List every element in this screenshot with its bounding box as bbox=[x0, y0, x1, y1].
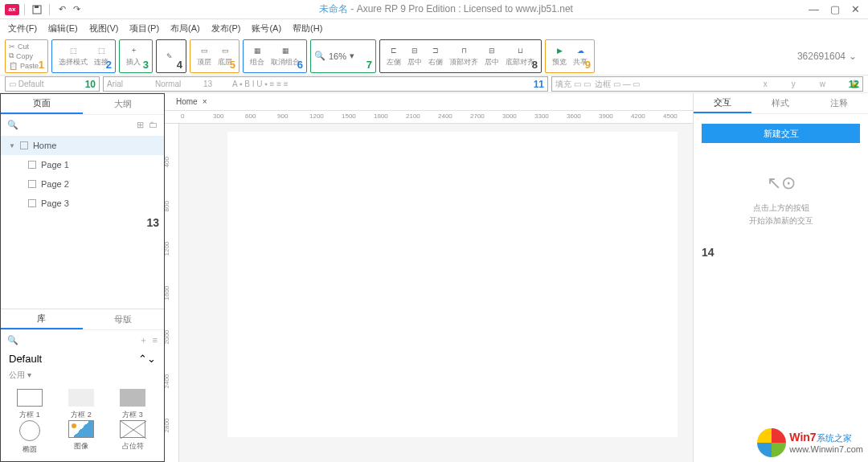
tab-pages[interactable]: 页面 bbox=[1, 94, 83, 114]
tab-library[interactable]: 库 bbox=[1, 309, 83, 329]
paste-button[interactable]: 📋 Paste bbox=[9, 61, 39, 71]
menu-layout[interactable]: 布局(A) bbox=[170, 22, 200, 35]
tab-style[interactable]: 样式 bbox=[751, 93, 809, 113]
ruler-horizontal: 0 300 600 900 1200 1500 1800 2100 2400 2… bbox=[165, 111, 693, 124]
widget-image[interactable]: 图像 bbox=[55, 420, 107, 455]
titlebar: ax ↶ ↷ 未命名 - Axure RP 9 Pro Edition : Li… bbox=[0, 0, 868, 19]
page-artboard[interactable] bbox=[227, 132, 678, 437]
lib-category[interactable]: 公用 ▾ bbox=[1, 368, 164, 382]
tb-clipboard: ✂ Cut ⧉ Copy 📋 Paste 1 bbox=[5, 39, 48, 73]
align-top-button[interactable]: ⊓顶部对齐 bbox=[446, 45, 481, 67]
widget-ellipse[interactable]: 椭圆 bbox=[4, 420, 55, 455]
tree-page3[interactable]: Page 3 bbox=[1, 194, 164, 213]
group-button[interactable]: ▦组合 bbox=[247, 45, 268, 67]
tb-group-ops: ▦组合 ▦取消组合 6 bbox=[243, 39, 307, 73]
ruler-vertical: 400 800 1200 1600 2000 2400 2800 bbox=[165, 124, 179, 462]
save-icon[interactable] bbox=[30, 2, 44, 17]
svg-rect-1 bbox=[35, 6, 39, 8]
tab-notes[interactable]: 注释 bbox=[810, 93, 868, 113]
pb-fill-pos: 填充 ▭ ▭ 边框 ▭ — ▭ xyw 🔒 12 bbox=[551, 76, 863, 92]
align-right-button[interactable]: ⊐右侧 bbox=[425, 45, 446, 67]
watermark-logo-icon bbox=[757, 428, 786, 457]
tree-home[interactable]: ▼Home bbox=[1, 136, 164, 155]
tb-layer: ▭顶层 ▭底层 5 bbox=[190, 39, 240, 73]
tree-page2[interactable]: Page 2 bbox=[1, 174, 164, 194]
align-left-button[interactable]: ⊏左侧 bbox=[383, 45, 404, 67]
account-id[interactable]: 362691604 ⌄ bbox=[797, 51, 863, 62]
property-bar: ▭ 10 A ▪ B I U ▪ ≡ ≡ ≡ 11 填充 ▭ ▭ 边框 ▭ — … bbox=[0, 76, 868, 93]
weight-select[interactable] bbox=[155, 80, 203, 88]
cursor-icon: ↖⊙ bbox=[694, 169, 868, 197]
menu-help[interactable]: 帮助(H) bbox=[293, 22, 322, 35]
new-interaction-button[interactable]: 新建交互 bbox=[702, 124, 860, 143]
tab-outline[interactable]: 大纲 bbox=[83, 94, 165, 114]
tb-select: ⬚选择模式 ⬚连接 2 bbox=[51, 39, 116, 73]
style-icon: ▭ bbox=[9, 80, 16, 88]
main-toolbar: ✂ Cut ⧉ Copy 📋 Paste 1 ⬚选择模式 ⬚连接 2 ＋插入 3… bbox=[0, 37, 868, 76]
add-icon[interactable]: ＋ bbox=[139, 334, 148, 346]
redo-icon[interactable]: ↷ bbox=[69, 2, 84, 17]
close-tab-icon[interactable]: × bbox=[203, 97, 207, 106]
right-panel: 14 交互 样式 注释 新建交互 ↖⊙ 点击上方的按钮 开始添加新的交互 bbox=[693, 93, 868, 462]
chevron-down-icon: ⌄ bbox=[849, 51, 857, 62]
canvas[interactable] bbox=[179, 124, 693, 462]
widget-box3[interactable]: 方框 3 bbox=[107, 389, 158, 420]
zoom-value[interactable]: 16% bbox=[329, 51, 346, 61]
lib-name[interactable]: Default bbox=[9, 353, 42, 365]
widget-box1[interactable]: 方框 1 bbox=[4, 389, 55, 420]
style-select[interactable] bbox=[18, 80, 59, 88]
menubar: 文件(F) 编辑(E) 视图(V) 项目(P) 布局(A) 发布(P) 账号(A… bbox=[0, 19, 868, 37]
cut-button[interactable]: ✂ Cut bbox=[9, 42, 39, 51]
chevron-icon[interactable]: ⌃⌄ bbox=[138, 353, 156, 365]
tab-master[interactable]: 母版 bbox=[83, 309, 165, 329]
border-label: 边框 bbox=[595, 79, 611, 90]
size-input[interactable] bbox=[203, 80, 227, 88]
empty-hint: ↖⊙ 点击上方的按钮 开始添加新的交互 bbox=[694, 169, 868, 227]
close-icon[interactable]: ✕ bbox=[851, 3, 860, 15]
copy-button[interactable]: ⧉ Copy bbox=[9, 51, 39, 61]
tree-page1[interactable]: Page 1 bbox=[1, 155, 164, 174]
left-panel: 13 页面 大纲 🔍 ⊞ 🗀 ▼Home Page 1 Page 2 Page … bbox=[0, 93, 165, 462]
widget-box2[interactable]: 方框 2 bbox=[55, 389, 107, 420]
pb-style: ▭ 10 bbox=[5, 76, 100, 92]
fill-label: 填充 bbox=[555, 79, 571, 90]
add-page-icon[interactable]: ⊞ bbox=[137, 120, 144, 130]
menu-project[interactable]: 项目(P) bbox=[129, 22, 159, 35]
app-logo: ax bbox=[5, 4, 19, 15]
undo-icon[interactable]: ↶ bbox=[55, 2, 69, 17]
search-icon[interactable]: 🔍 bbox=[7, 335, 18, 345]
preview-button[interactable]: ▶预览 bbox=[549, 45, 570, 67]
canvas-area: Home× 0 300 600 900 1200 1500 1800 2100 … bbox=[165, 93, 693, 462]
maximize-icon[interactable]: ▢ bbox=[830, 3, 840, 15]
tb-publish: ▶预览 ☁共享 9 bbox=[545, 39, 595, 73]
menu-file[interactable]: 文件(F) bbox=[8, 22, 37, 35]
search-icon: 🔍 bbox=[314, 51, 326, 61]
window-title: 未命名 - Axure RP 9 Pro Edition : Licensed … bbox=[84, 2, 809, 16]
menu-publish[interactable]: 发布(P) bbox=[211, 22, 241, 35]
menu-edit[interactable]: 编辑(E) bbox=[48, 22, 78, 35]
tb-insert: ＋插入 3 bbox=[119, 39, 153, 73]
insert-button[interactable]: ＋插入 bbox=[123, 45, 144, 67]
watermark: Win7系统之家 www.Winwin7.com bbox=[757, 428, 863, 457]
tab-interactions[interactable]: 交互 bbox=[694, 93, 751, 113]
chevron-down-icon[interactable]: ▾ bbox=[350, 51, 354, 61]
canvas-tab-home[interactable]: Home× bbox=[168, 96, 215, 108]
menu-account[interactable]: 账号(A) bbox=[252, 22, 281, 35]
font-select[interactable] bbox=[107, 80, 155, 88]
align-middle-button[interactable]: ⊟居中 bbox=[481, 45, 502, 67]
bring-front-button[interactable]: ▭顶层 bbox=[194, 45, 215, 67]
select-mode-button[interactable]: ⬚选择模式 bbox=[55, 45, 91, 67]
main-area: 13 页面 大纲 🔍 ⊞ 🗀 ▼Home Page 1 Page 2 Page … bbox=[0, 93, 868, 462]
page-tree: ▼Home Page 1 Page 2 Page 3 bbox=[1, 134, 164, 215]
add-folder-icon[interactable]: 🗀 bbox=[149, 120, 158, 129]
widget-placeholder[interactable]: 占位符 bbox=[107, 420, 158, 455]
align-center-button[interactable]: ⊟居中 bbox=[404, 45, 425, 67]
search-icon[interactable]: 🔍 bbox=[7, 120, 18, 130]
tb-point: ✎ 4 bbox=[156, 39, 186, 73]
tb-zoom: 🔍 16% ▾ 7 bbox=[310, 39, 376, 73]
pb-text: A ▪ B I U ▪ ≡ ≡ ≡ 11 bbox=[103, 76, 548, 92]
tb-align: ⊏左侧 ⊟居中 ⊐右侧 ⊓顶部对齐 ⊟居中 ⊔底部对齐 8 bbox=[379, 39, 542, 73]
minimize-icon[interactable]: — bbox=[809, 3, 819, 15]
menu-view[interactable]: 视图(V) bbox=[89, 22, 119, 35]
menu-icon[interactable]: ≡ bbox=[153, 335, 158, 345]
